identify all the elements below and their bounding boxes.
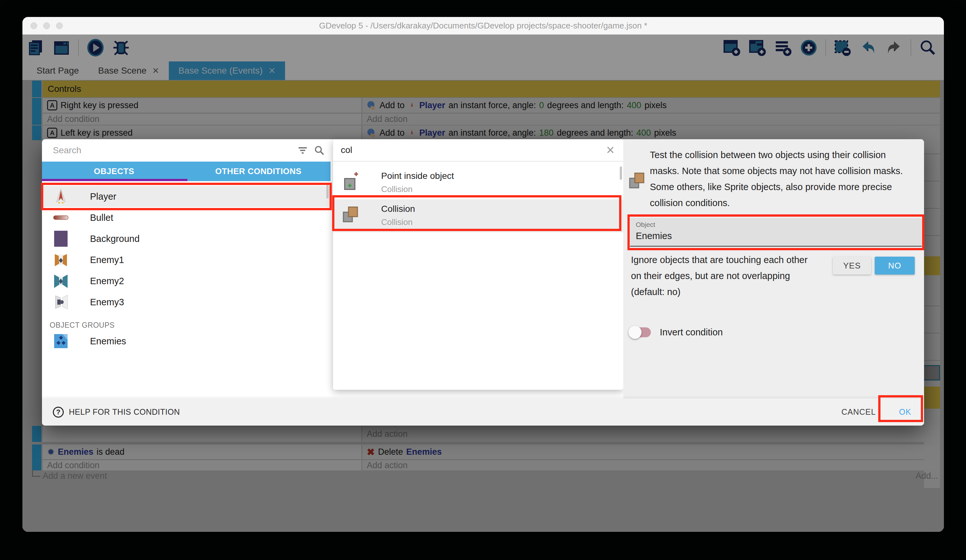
result-point-inside[interactable]: Point inside object Collision: [333, 166, 623, 199]
yes-button[interactable]: YES: [833, 257, 871, 275]
bullet-object-icon: [53, 215, 69, 221]
title-bar: GDevelop 5 - /Users/dkarakay/Documents/G…: [22, 17, 944, 34]
collision-icon: [628, 171, 646, 190]
dialog-tabs: OBJECTS OTHER CONDITIONS: [42, 162, 330, 181]
scrollbar-thumb[interactable]: [620, 166, 622, 180]
group-row-enemies[interactable]: Enemies: [42, 331, 330, 352]
object-row-enemy2[interactable]: Enemy2: [42, 270, 330, 291]
condition-description: Test the collision between two objects u…: [650, 147, 916, 211]
choose-condition-dialog: Search OBJECTS OTHER CONDITIO: [42, 139, 924, 426]
invert-condition-toggle[interactable]: [630, 327, 651, 337]
invert-condition-label: Invert condition: [660, 327, 723, 337]
cancel-label: CANCEL: [841, 408, 876, 417]
enemy1-object-icon: [53, 252, 69, 268]
clear-search-icon[interactable]: ✕: [606, 144, 615, 157]
dialog-left-panel: Search OBJECTS OTHER CONDITIO: [42, 139, 330, 398]
filter-icon[interactable]: [297, 145, 308, 156]
annotation-player-row: [41, 183, 332, 210]
enemy2-object-icon: [53, 273, 69, 289]
object-row-enemy3[interactable]: Enemy3: [42, 291, 330, 313]
ignore-line: on their edges, but are not overlapping: [631, 268, 807, 284]
object-name: Background: [90, 234, 140, 244]
no-button[interactable]: NO: [875, 257, 915, 275]
search-icon: [314, 145, 325, 156]
group-name: Enemies: [90, 336, 126, 347]
object-name: Enemy2: [90, 276, 124, 287]
annotation-ok-button: [878, 395, 923, 422]
cancel-button[interactable]: CANCEL: [841, 398, 876, 426]
screenshot-root: GDevelop 5 - /Users/dkarakay/Documents/G…: [0, 0, 966, 560]
condition-search-field[interactable]: col ✕: [333, 139, 623, 162]
gdevelop-window: GDevelop 5 - /Users/dkarakay/Documents/G…: [22, 17, 944, 532]
ignore-line: (default: no): [631, 284, 807, 300]
enemy3-object-icon: [53, 294, 69, 310]
tab-other-conditions[interactable]: OTHER CONDITIONS: [186, 162, 331, 181]
result-title: Point inside object: [381, 171, 454, 181]
ignore-line: Ignore objects that are touching each ot…: [631, 252, 807, 268]
condition-detail-panel: Test the collision between two objects u…: [623, 139, 924, 398]
object-name: Enemy3: [90, 297, 124, 308]
no-label: NO: [888, 261, 901, 271]
help-icon: ?: [53, 407, 64, 418]
annotation-collision-result: [332, 195, 621, 231]
ignore-touching-text: Ignore objects that are touching each ot…: [631, 252, 807, 300]
help-for-condition-button[interactable]: ? HELP FOR THIS CONDITION: [53, 398, 180, 426]
active-tab-underline: [42, 179, 187, 181]
tab-label: OTHER CONDITIONS: [215, 166, 301, 176]
tab-objects[interactable]: OBJECTS: [42, 162, 186, 181]
dialog-bottom-bar: ? HELP FOR THIS CONDITION CANCEL OK: [42, 398, 924, 426]
window-title: GDevelop 5 - /Users/dkarakay/Documents/G…: [22, 17, 944, 34]
background-object-icon: [54, 230, 68, 247]
object-search-field[interactable]: Search: [42, 139, 330, 162]
object-name: Bullet: [90, 213, 113, 223]
point-inside-icon: [342, 172, 359, 192]
search-placeholder: Search: [53, 145, 297, 156]
search-query: col: [341, 145, 606, 155]
object-groups-header: OBJECT GROUPS: [50, 321, 115, 329]
object-row-enemy1[interactable]: Enemy1: [42, 249, 330, 270]
enemies-group-icon: [53, 333, 69, 349]
annotation-object-field: [628, 215, 924, 250]
result-subtitle: Collision: [381, 184, 412, 194]
help-label: HELP FOR THIS CONDITION: [69, 408, 180, 417]
yes-label: YES: [843, 261, 861, 271]
toggle-knob: [628, 326, 642, 339]
object-row-background[interactable]: Background: [42, 228, 330, 249]
tab-label: OBJECTS: [94, 166, 134, 176]
condition-results-panel: col ✕ Point inside object Collision: [333, 139, 623, 390]
object-name: Enemy1: [90, 255, 124, 265]
